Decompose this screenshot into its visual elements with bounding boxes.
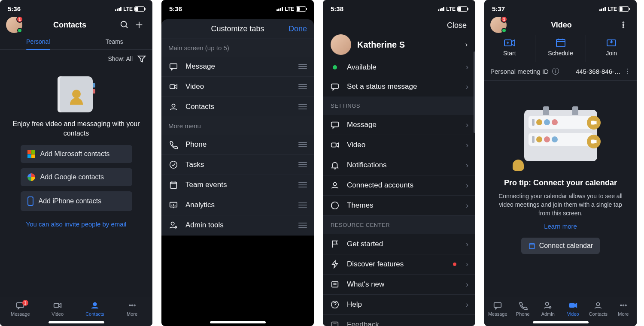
svg-rect-17 — [170, 182, 177, 189]
start-button[interactable]: Start — [484, 35, 535, 62]
tab-contacts[interactable]: Contacts — [76, 301, 114, 317]
add-google-button[interactable]: Add Google contacts — [21, 168, 132, 186]
status-available-row[interactable]: Available › — [323, 59, 475, 77]
svg-point-73 — [620, 305, 622, 306]
tab-message[interactable]: 1 Message — [2, 301, 39, 317]
tab-item-video[interactable]: Video — [161, 77, 314, 97]
rc-feedback[interactable]: Feedback — [323, 315, 475, 326]
video-icon — [330, 140, 340, 150]
filter-icon[interactable] — [137, 54, 146, 63]
close-button[interactable]: Close — [323, 15, 475, 30]
tab-more[interactable]: More — [113, 301, 151, 317]
tab-teams[interactable]: Teams — [76, 35, 153, 49]
svg-rect-13 — [170, 85, 175, 88]
video-badge-icon — [587, 116, 601, 130]
scrollbar[interactable] — [474, 51, 475, 133]
new-indicator-dot — [453, 263, 456, 266]
done-button[interactable]: Done — [289, 24, 307, 33]
svg-rect-65 — [529, 244, 535, 249]
tip-title: Pro tip: Connect your calendar — [495, 178, 626, 187]
tab-more[interactable]: More — [611, 301, 636, 317]
avatar[interactable]: 1 — [490, 17, 507, 33]
main-section-head: Main screen (up to 5) — [161, 39, 314, 57]
more-vert-icon[interactable]: ⋮ — [624, 67, 631, 75]
settings-connected-accounts[interactable]: Connected accounts› — [323, 175, 475, 196]
screen-profile-panel: 5:38 LTE Close Katherine S › Available ›… — [323, 0, 475, 326]
drag-handle-icon[interactable] — [298, 202, 307, 208]
svg-line-1 — [126, 26, 128, 28]
add-microsoft-button[interactable]: Add Microsoft contacts — [21, 145, 132, 163]
chevron-right-icon: › — [466, 181, 468, 190]
profile-row[interactable]: Katherine S › — [323, 30, 475, 59]
help-icon — [330, 300, 340, 309]
svg-point-48 — [623, 22, 624, 23]
status-time: 5:36 — [8, 5, 21, 12]
svg-marker-40 — [332, 261, 338, 268]
screen-customize-tabs: 5:36 LTE Customize tabs Done Main screen… — [161, 0, 314, 326]
tab-item-admin-tools[interactable]: Admin tools — [161, 215, 314, 235]
overflow-icon[interactable] — [616, 18, 631, 32]
tab-video[interactable]: Video — [561, 301, 586, 317]
drag-handle-icon[interactable] — [298, 104, 307, 109]
signal-icon — [115, 7, 122, 11]
svg-marker-14 — [175, 85, 177, 88]
drag-handle-icon[interactable] — [298, 162, 307, 167]
invite-by-email-link[interactable]: You can also invite people by email — [26, 220, 127, 228]
tab-item-team-events[interactable]: Team events — [161, 175, 314, 195]
tab-item-message[interactable]: Message — [161, 57, 314, 77]
phone-icon — [168, 140, 179, 149]
tab-item-contacts[interactable]: Contacts — [161, 97, 314, 117]
add-icon[interactable] — [132, 18, 146, 32]
join-button[interactable]: Join — [586, 35, 637, 62]
settings-message[interactable]: Message› — [323, 115, 475, 135]
tab-admin[interactable]: Admin — [535, 301, 561, 317]
rc-help[interactable]: Help› — [323, 295, 475, 315]
personal-meeting-id-row[interactable]: Personal meeting ID i 445-368-846-… ⋮ — [484, 62, 637, 81]
home-indicator — [49, 321, 104, 323]
tab-personal[interactable]: Personal — [0, 35, 76, 49]
schedule-button[interactable]: Schedule — [535, 35, 586, 62]
tab-item-tasks[interactable]: Tasks — [161, 155, 314, 175]
settings-themes[interactable]: Themes› — [323, 196, 475, 216]
add-iphone-button[interactable]: Add iPhone contacts — [21, 191, 132, 211]
presence-dot — [17, 28, 22, 33]
set-status-row[interactable]: Set a status message › — [323, 77, 475, 97]
drag-handle-icon[interactable] — [298, 182, 307, 187]
svg-rect-6 — [54, 303, 59, 307]
settings-video[interactable]: Video› — [323, 135, 475, 155]
drag-handle-icon[interactable] — [298, 223, 307, 228]
settings-notifications[interactable]: Notifications› — [323, 155, 475, 175]
learn-more-link[interactable]: Learn more — [495, 223, 626, 230]
calendar-illustration — [519, 110, 603, 170]
rc-get-started[interactable]: Get started› — [323, 234, 475, 254]
svg-rect-35 — [331, 143, 336, 147]
show-label[interactable]: Show: All — [108, 55, 133, 62]
rc-discover-features[interactable]: Discover features› — [323, 254, 475, 275]
tab-phone[interactable]: Phone — [510, 301, 536, 317]
svg-rect-67 — [494, 303, 501, 308]
video-badge-icon — [587, 135, 601, 148]
drag-handle-icon[interactable] — [298, 142, 307, 147]
status-time: 5:38 — [331, 5, 343, 12]
connect-calendar-button[interactable]: Connect calendar — [521, 238, 600, 254]
tab-video[interactable]: Video — [39, 301, 76, 317]
status-time: 5:37 — [492, 5, 505, 12]
tab-item-analytics[interactable]: Analytics — [161, 195, 314, 215]
rc-whats-new[interactable]: What's new› — [323, 275, 475, 295]
search-icon[interactable] — [117, 18, 132, 32]
status-right: LTE — [599, 6, 629, 12]
tab-message[interactable]: Message — [485, 301, 510, 317]
chevron-right-icon: › — [466, 63, 468, 72]
add-microsoft-label: Add Microsoft contacts — [40, 150, 110, 158]
svg-marker-4 — [138, 56, 146, 62]
iphone-icon — [27, 196, 33, 206]
drag-handle-icon[interactable] — [298, 64, 307, 69]
tab-item-phone[interactable]: Phone — [161, 135, 314, 155]
info-icon[interactable]: i — [552, 68, 559, 75]
drag-handle-icon[interactable] — [298, 84, 307, 89]
themes-icon — [330, 201, 340, 210]
avatar[interactable]: 1 — [6, 17, 22, 33]
svg-marker-7 — [59, 303, 61, 307]
svg-point-11 — [134, 305, 135, 306]
tab-contacts[interactable]: Contacts — [586, 301, 611, 317]
